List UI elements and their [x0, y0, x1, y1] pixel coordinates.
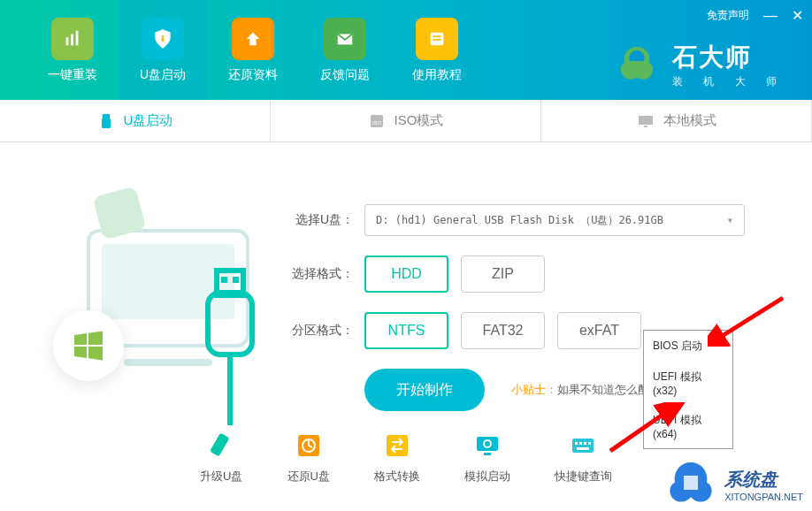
- up-arrow-icon: [232, 18, 274, 60]
- label-usb: 选择U盘：: [292, 212, 354, 228]
- tool-simulate-boot[interactable]: 模拟启动: [464, 431, 510, 484]
- usb-select[interactable]: D: (hd1) General USB Flash Disk （U盘）26.9…: [364, 204, 745, 236]
- svg-rect-35: [577, 447, 589, 450]
- svg-rect-31: [575, 442, 578, 445]
- minimize-button[interactable]: —: [763, 8, 778, 24]
- tool-label: 升级U盘: [200, 469, 242, 484]
- row-select-usb: 选择U盘： D: (hd1) General USB Flash Disk （U…: [292, 204, 777, 236]
- svg-rect-8: [102, 118, 111, 128]
- bars-icon: [51, 18, 94, 60]
- nav-tab-usb-boot[interactable]: U盘启动: [119, 0, 207, 100]
- tool-upgrade-usb[interactable]: 升级U盘: [200, 431, 242, 484]
- sub-tab-iso[interactable]: ISO ISO模式: [271, 100, 541, 141]
- chevron-down-icon: ▾: [727, 214, 733, 226]
- nav-label: U盘启动: [140, 67, 186, 83]
- brand-text: 石大师 装 机 大 师: [672, 41, 785, 89]
- svg-rect-19: [221, 277, 227, 283]
- window-controls: 免责声明 — ✕: [707, 7, 803, 24]
- tool-label: 快捷键查询: [555, 469, 612, 484]
- option-hdd[interactable]: HDD: [364, 256, 448, 293]
- nav-tab-tutorial[interactable]: 使用教程: [391, 0, 483, 100]
- brand-title: 石大师: [672, 41, 785, 74]
- close-button[interactable]: ✕: [792, 7, 803, 24]
- svg-rect-20: [233, 277, 239, 283]
- option-zip[interactable]: ZIP: [461, 256, 545, 293]
- nav-tabs: 一键重装 U盘启动 还原资料 反馈问题 使用教程: [0, 0, 483, 100]
- header: 免责声明 — ✕ 一键重装 U盘启动 还原资料 反馈问题: [0, 0, 812, 100]
- sub-tab-local[interactable]: 本地模式: [541, 100, 812, 141]
- label-partition: 分区格式：: [292, 323, 354, 339]
- disclaimer-link[interactable]: 免责声明: [707, 8, 749, 23]
- tool-restore-usb[interactable]: 还原U盘: [287, 431, 330, 484]
- tool-format-convert[interactable]: 格式转换: [374, 431, 420, 484]
- nav-tab-restore[interactable]: 还原资料: [207, 0, 299, 100]
- start-button[interactable]: 开始制作: [364, 369, 485, 411]
- svg-rect-28: [484, 453, 491, 455]
- monitor-icon: [637, 112, 655, 130]
- watermark-text: 系统盘: [724, 468, 803, 492]
- svg-rect-1: [71, 34, 73, 45]
- popup-item-uefi32[interactable]: UEFI 模拟(x32): [644, 362, 732, 405]
- usb-upgrade-icon: [207, 431, 235, 460]
- svg-rect-7: [103, 114, 110, 118]
- sub-tab-label: U盘启动: [124, 112, 173, 129]
- brand: 石大师 装 机 大 师: [612, 40, 785, 89]
- tip-label: 小贴士：: [511, 383, 557, 396]
- sub-tab-label: 本地模式: [663, 112, 716, 129]
- option-ntfs[interactable]: NTFS: [364, 312, 448, 349]
- sub-tabs: U盘启动 ISO ISO模式 本地模式: [0, 100, 812, 142]
- svg-rect-6: [433, 39, 441, 41]
- partition-options: NTFS FAT32 exFAT: [364, 312, 641, 349]
- tool-label: 格式转换: [374, 469, 420, 484]
- sub-tab-usb[interactable]: U盘启动: [0, 100, 271, 141]
- keyboard-icon: [569, 431, 597, 460]
- usb-value: D: (hd1) General USB Flash Disk （U盘）26.9…: [376, 213, 663, 228]
- mail-icon: [324, 18, 366, 60]
- nav-label: 反馈问题: [320, 67, 370, 83]
- label-format: 选择格式：: [292, 266, 354, 282]
- svg-rect-2: [76, 30, 79, 45]
- nav-tab-reinstall[interactable]: 一键重装: [27, 0, 119, 100]
- brand-logo-icon: [612, 40, 662, 89]
- svg-text:ISO: ISO: [372, 120, 381, 126]
- svg-rect-23: [210, 433, 229, 457]
- nav-label: 使用教程: [412, 67, 462, 83]
- option-fat32[interactable]: FAT32: [461, 312, 545, 349]
- usb-icon: [97, 112, 115, 130]
- shield-icon: [142, 18, 184, 60]
- svg-rect-11: [639, 116, 653, 125]
- usb-illustration: [35, 169, 265, 425]
- watermark-logo-icon: [664, 458, 717, 511]
- nav-tab-feedback[interactable]: 反馈问题: [299, 0, 391, 100]
- svg-rect-34: [588, 442, 591, 445]
- format-options: HDD ZIP: [364, 256, 545, 293]
- watermark-url: XITONGPAN.NET: [724, 492, 803, 502]
- tool-label: 还原U盘: [287, 469, 330, 484]
- tool-label: 模拟启动: [464, 469, 510, 484]
- windows-badge-icon: [53, 310, 124, 381]
- row-format: 选择格式： HDD ZIP: [292, 256, 777, 293]
- svg-rect-30: [572, 439, 594, 453]
- option-exfat[interactable]: exFAT: [557, 312, 641, 349]
- svg-rect-5: [433, 35, 441, 37]
- convert-icon: [383, 431, 411, 460]
- iso-icon: ISO: [368, 112, 386, 130]
- popup-item-bios[interactable]: BIOS 启动: [644, 331, 732, 362]
- nav-label: 一键重装: [48, 67, 97, 83]
- svg-rect-27: [477, 437, 498, 451]
- tool-hotkey-lookup[interactable]: 快捷键查询: [555, 431, 612, 484]
- simulate-icon: [473, 431, 502, 460]
- sub-tab-label: ISO模式: [395, 112, 444, 129]
- restore-icon: [295, 431, 323, 460]
- svg-rect-26: [387, 435, 408, 456]
- svg-rect-12: [644, 126, 647, 127]
- nav-label: 还原资料: [228, 67, 278, 83]
- svg-rect-32: [579, 442, 582, 445]
- svg-rect-0: [66, 37, 69, 45]
- svg-rect-15: [124, 359, 212, 366]
- book-icon: [416, 18, 458, 60]
- watermark: 系统盘 XITONGPAN.NET: [664, 458, 803, 511]
- brand-subtitle: 装 机 大 师: [672, 74, 785, 89]
- svg-rect-33: [584, 442, 586, 445]
